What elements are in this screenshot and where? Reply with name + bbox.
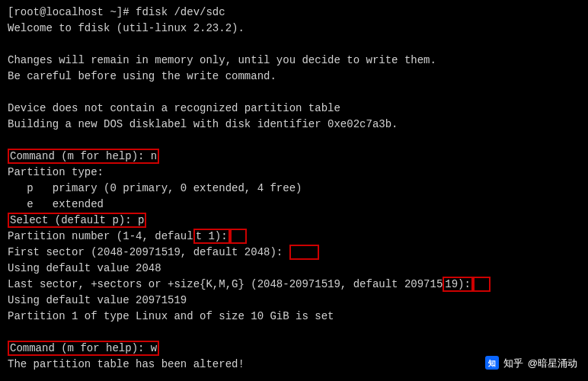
text-segment: Last sector, +sectors or +size{K,M,G} (2… bbox=[8, 278, 443, 290]
highlight-box: Select (default p): p bbox=[8, 213, 146, 228]
terminal-line: Partition type: bbox=[8, 165, 580, 181]
highlight-box: Command (m for help): n bbox=[8, 149, 159, 164]
shell-prompt: [root@localhost ~]# bbox=[8, 6, 136, 18]
terminal-line: Select (default p): p bbox=[8, 213, 580, 229]
terminal-line: Using default value 2048 bbox=[8, 261, 580, 277]
watermark-user: @暗星涌动 bbox=[528, 356, 577, 371]
terminal-line bbox=[8, 85, 580, 101]
terminal-line: Partition number (1-4, default 1): bbox=[8, 229, 580, 245]
highlight-box: Command (m for help): w bbox=[8, 341, 159, 356]
text-segment: Partition number (1-4, defaul bbox=[8, 230, 193, 242]
terminal-line: Partition 1 of type Linux and of size 10… bbox=[8, 309, 580, 325]
terminal-line: Command (m for help): n bbox=[8, 149, 580, 165]
terminal-line bbox=[8, 37, 580, 53]
terminal-line: Be careful before using the write comman… bbox=[8, 69, 580, 85]
text-segment: First sector (2048-20971519, default 204… bbox=[8, 246, 289, 258]
highlight-box bbox=[289, 245, 320, 260]
terminal-line: Last sector, +sectors or +size{K,M,G} (2… bbox=[8, 277, 580, 293]
zhihu-icon: 知 bbox=[485, 356, 499, 370]
highlight-box: 19): bbox=[443, 277, 473, 292]
terminal-line: e extended bbox=[8, 197, 580, 213]
terminal-line bbox=[8, 133, 580, 149]
terminal-line: Using default value 20971519 bbox=[8, 293, 580, 309]
terminal-line bbox=[8, 325, 580, 341]
terminal-line: Building a new DOS disklabel with disk i… bbox=[8, 117, 580, 133]
terminal-line: [root@localhost ~]# fdisk /dev/sdc bbox=[8, 5, 580, 21]
highlight-box bbox=[473, 277, 491, 292]
shell-command: fdisk /dev/sdc bbox=[136, 6, 225, 18]
terminal-line: Welcome to fdisk (util-linux 2.23.2). bbox=[8, 21, 580, 37]
terminal-line: Command (m for help): w bbox=[8, 341, 580, 357]
terminal-line: p primary (0 primary, 0 extended, 4 free… bbox=[8, 181, 580, 197]
terminal-line: First sector (2048-20971519, default 204… bbox=[8, 245, 580, 261]
watermark-label: 知乎 bbox=[503, 356, 523, 371]
watermark: 知 知乎 @暗星涌动 bbox=[485, 356, 577, 371]
highlight-box bbox=[230, 229, 248, 244]
terminal-line bbox=[8, 373, 580, 381]
terminal-line: Changes will remain in memory only, unti… bbox=[8, 53, 580, 69]
highlight-box: t 1): bbox=[193, 229, 230, 244]
terminal-line: Device does not contain a recognized par… bbox=[8, 101, 580, 117]
